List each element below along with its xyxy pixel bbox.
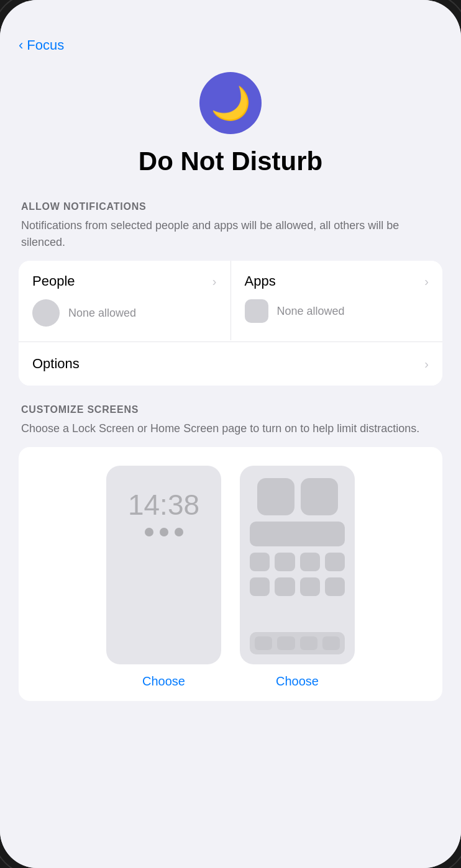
back-button[interactable]: ‹ Focus xyxy=(19,37,442,53)
apps-cell[interactable]: Apps › None allowed xyxy=(231,261,443,340)
apps-icon-placeholder xyxy=(245,299,268,323)
home-dock-icon-4 xyxy=(322,636,340,650)
home-screen-preview xyxy=(240,466,355,664)
customize-screens-label: CUSTOMIZE SCREENS xyxy=(19,404,442,415)
options-label: Options xyxy=(32,356,80,372)
allow-notifications-label: ALLOW NOTIFICATIONS xyxy=(19,201,442,212)
back-chevron-icon: ‹ xyxy=(19,37,23,53)
home-dock-icon-2 xyxy=(277,636,294,650)
lock-screen-preview: 14:38 xyxy=(106,466,221,664)
people-chevron-icon: › xyxy=(212,274,217,289)
moon-icon: 🌙 xyxy=(211,87,251,119)
home-icon-sm-1 xyxy=(250,553,270,571)
home-dock-icon-1 xyxy=(255,636,272,650)
home-screen-option: Choose xyxy=(240,466,355,689)
home-icon-large-2 xyxy=(301,478,338,515)
apps-none-allowed: None allowed xyxy=(277,305,345,318)
options-chevron-icon: › xyxy=(424,357,429,371)
people-cell-content: None allowed xyxy=(32,299,217,327)
lock-screen-choose-button[interactable]: Choose xyxy=(142,674,185,689)
home-icon-sm-6 xyxy=(275,577,294,596)
home-icon-sm-2 xyxy=(275,553,294,571)
phone-frame: ‹ Focus 🌙 Do Not Disturb ALLOW NOTIFICAT… xyxy=(0,0,461,868)
home-screen-choose-button[interactable]: Choose xyxy=(276,674,319,689)
customize-screens-description: Choose a Lock Screen or Home Screen page… xyxy=(19,420,442,437)
lock-screen-time: 14:38 xyxy=(128,491,199,519)
lock-dots xyxy=(145,528,183,536)
people-cell[interactable]: People › None allowed xyxy=(19,261,231,340)
apps-cell-content: None allowed xyxy=(245,299,429,323)
back-label: Focus xyxy=(27,37,64,53)
page-title: Do Not Disturb xyxy=(139,147,322,176)
notification-row: People › None allowed Apps › xyxy=(19,261,442,340)
people-none-allowed: None allowed xyxy=(68,307,136,320)
screen: ‹ Focus 🌙 Do Not Disturb ALLOW NOTIFICAT… xyxy=(0,0,461,868)
people-title: People xyxy=(32,273,75,289)
home-icon-sm-4 xyxy=(325,553,345,571)
people-avatar-placeholder xyxy=(32,299,60,327)
apps-chevron-icon: › xyxy=(424,274,429,289)
options-row[interactable]: Options › xyxy=(19,341,442,386)
home-grid-row-1 xyxy=(250,553,345,571)
lock-screen-option: 14:38 Choose xyxy=(106,466,221,689)
home-banner xyxy=(250,522,345,546)
home-icon-sm-8 xyxy=(325,577,345,596)
apps-title: Apps xyxy=(245,273,276,289)
home-icon-large-1 xyxy=(257,478,294,515)
people-cell-header: People › xyxy=(32,273,217,289)
screens-card: 14:38 Choose xyxy=(19,447,442,701)
home-icon-sm-5 xyxy=(250,577,270,596)
home-grid-row-2 xyxy=(250,577,345,596)
home-dock-icon-3 xyxy=(300,636,317,650)
home-top-row xyxy=(257,478,338,515)
home-icon-sm-7 xyxy=(300,577,320,596)
customize-screens-section: CUSTOMIZE SCREENS Choose a Lock Screen o… xyxy=(19,404,442,701)
notifications-card: People › None allowed Apps › xyxy=(19,261,442,386)
home-icon-sm-3 xyxy=(300,553,320,571)
header-section: 🌙 Do Not Disturb xyxy=(19,72,442,176)
dnd-icon: 🌙 xyxy=(199,72,262,134)
allow-notifications-description: Notifications from selected people and a… xyxy=(19,217,442,251)
allow-notifications-section: ALLOW NOTIFICATIONS Notifications from s… xyxy=(19,201,442,386)
lock-dot-2 xyxy=(160,528,168,536)
lock-dot-1 xyxy=(145,528,153,536)
home-dock xyxy=(250,632,345,654)
lock-dot-3 xyxy=(175,528,183,536)
apps-cell-header: Apps › xyxy=(245,273,429,289)
